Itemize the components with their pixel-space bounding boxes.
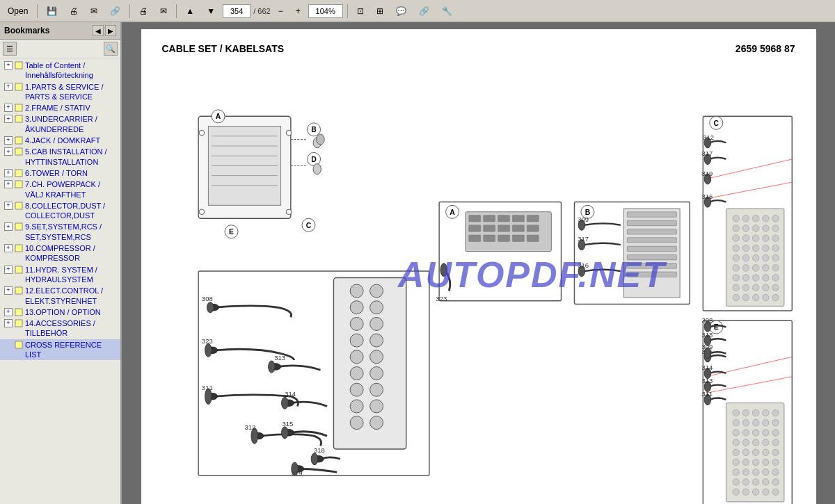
- svg-point-152: [762, 245, 768, 251]
- expand-icon-option[interactable]: +: [4, 308, 13, 316]
- svg-point-150: [742, 245, 749, 251]
- sidebar-item-compressor[interactable]: + 10.COMPRESSOR / KOMPRESSOR: [0, 243, 120, 264]
- sidebar-item-toc[interactable]: + Table of Content / Innehållsförtecknin…: [0, 60, 120, 81]
- tool-button[interactable]: 🔧: [437, 4, 457, 18]
- svg-point-50: [369, 317, 383, 330]
- expand-icon-accessories[interactable]: +: [4, 319, 13, 327]
- bookmark-icon-collector: [15, 202, 23, 210]
- expand-icon-undercarrier[interactable]: +: [4, 115, 13, 123]
- sidebar-item-option[interactable]: + 13.OPTION / OPTION: [0, 307, 120, 318]
- svg-point-198: [732, 419, 738, 425]
- svg-rect-104: [527, 225, 539, 231]
- page-number-input[interactable]: 354: [223, 4, 250, 18]
- save-button[interactable]: 💾: [42, 4, 62, 18]
- svg-text:D: D: [311, 156, 317, 163]
- sidebar-item-label-crossref: CROSS REFERENCE LIST: [25, 340, 118, 360]
- sidebar-item-undercarrier[interactable]: + 3.UNDERCARRIER / ÅKUNDERREDE: [0, 113, 120, 135]
- svg-point-47: [350, 301, 363, 314]
- page-part-number: 2659 5968 87: [735, 43, 795, 54]
- expand-icon-frame[interactable]: +: [4, 104, 13, 112]
- open-button[interactable]: Open: [3, 4, 33, 18]
- email2-button[interactable]: ✉: [155, 4, 172, 18]
- sidebar-item-tower[interactable]: + 6.TOWER / TORN: [0, 168, 120, 179]
- sidebar-item-cab[interactable]: + 5.CAB INSTALLATION / HYTTINSTALLATION: [0, 146, 120, 168]
- expand-icon-powerpack[interactable]: +: [4, 180, 13, 188]
- expand-icon-elect[interactable]: +: [4, 286, 13, 295]
- separator-3: [176, 4, 177, 18]
- svg-point-26: [286, 130, 292, 136]
- svg-point-164: [732, 275, 738, 281]
- svg-point-194: [742, 409, 749, 416]
- link-button[interactable]: 🔗: [414, 4, 434, 18]
- svg-rect-12: [15, 287, 22, 294]
- toolbar: Open 💾 🖨 ✉ 🔗 🖨 ✉ ▲ ▼ 354 / 662 − + 104% …: [0, 0, 835, 22]
- sidebar-item-parts[interactable]: + 1.PARTS & SERVICE / PARTS & SERVICE: [0, 81, 120, 103]
- print-button[interactable]: 🖨: [65, 4, 83, 18]
- svg-text:B: B: [584, 209, 590, 216]
- bookmark-icon-undercarrier: [15, 115, 23, 123]
- sidebar-expand-button[interactable]: ▶: [105, 25, 116, 36]
- separator-1: [37, 4, 38, 18]
- document-page: CABLE SET / KABELSATS 2659 5968 87 AUTOP…: [141, 29, 816, 504]
- email-button[interactable]: ✉: [86, 4, 102, 18]
- svg-text:311: 311: [701, 390, 713, 398]
- svg-point-135: [742, 216, 749, 222]
- svg-text:317: 317: [578, 235, 589, 243]
- expand-icon-collector[interactable]: +: [4, 202, 13, 210]
- sidebar-item-hydr[interactable]: + 11.HYDR. SYSTEM / HYDRAULSYSTEM: [0, 264, 120, 286]
- share-button[interactable]: 🔗: [105, 4, 125, 18]
- sidebar-item-crossref[interactable]: CROSS REFERENCE LIST: [0, 339, 120, 361]
- expand-icon-toc[interactable]: +: [4, 61, 13, 70]
- expand-icon-cab[interactable]: +: [4, 147, 13, 156]
- sidebar-search-button[interactable]: 🔍: [104, 42, 118, 56]
- svg-point-151: [752, 245, 758, 251]
- sidebar-item-collector[interactable]: + 8.COLLECTOR,DUST / COLLECTOR,DUST: [0, 200, 120, 222]
- svg-text:313: 313: [274, 354, 285, 361]
- expand-icon-set[interactable]: +: [4, 222, 13, 231]
- sidebar-item-accessories[interactable]: + 14.ACCESSORIES / TILLBEHÖR: [0, 318, 120, 339]
- fit-width-button[interactable]: ⊡: [352, 4, 369, 18]
- bookmark-icon-crossref: [15, 341, 23, 349]
- expand-icon-jack[interactable]: +: [4, 136, 13, 145]
- sidebar-collapse-button[interactable]: ◀: [93, 25, 104, 36]
- zoom-out-button[interactable]: −: [273, 4, 288, 18]
- svg-rect-98: [512, 216, 524, 222]
- svg-text:309: 309: [701, 343, 713, 350]
- print2-button[interactable]: 🖨: [134, 4, 152, 18]
- svg-text:319: 319: [701, 170, 713, 177]
- zoom-input[interactable]: 104%: [308, 4, 343, 18]
- svg-rect-109: [527, 235, 539, 241]
- svg-rect-9: [15, 223, 22, 230]
- sidebar-item-label-frame: 2.FRAME / STATIV: [25, 103, 118, 113]
- sidebar-toolbar: ☰ 🔍: [0, 40, 120, 58]
- svg-rect-8: [15, 202, 22, 209]
- sidebar-options-button[interactable]: ☰: [3, 42, 17, 56]
- comment-button[interactable]: 💬: [391, 4, 411, 18]
- svg-text:312: 312: [244, 423, 255, 431]
- svg-text:323: 323: [201, 337, 212, 345]
- sidebar-item-powerpack[interactable]: + 7.CH. POWERPACK / VÄLJ KRAFTHET: [0, 179, 120, 200]
- svg-rect-0: [15, 62, 22, 69]
- svg-text:311: 311: [201, 384, 212, 391]
- expand-icon-hydr[interactable]: +: [4, 266, 13, 274]
- svg-rect-6: [15, 170, 22, 177]
- next-page-button[interactable]: ▼: [202, 4, 220, 18]
- svg-rect-123: [627, 272, 676, 277]
- svg-point-48: [369, 301, 383, 314]
- svg-point-233: [732, 489, 738, 495]
- expand-icon-parts[interactable]: +: [4, 83, 13, 91]
- svg-text:316: 316: [578, 261, 589, 269]
- sidebar-item-elect[interactable]: + 12.ELECT.CONTROL / ELEKT.STYRENHET: [0, 285, 120, 307]
- prev-page-button[interactable]: ▲: [181, 4, 199, 18]
- expand-icon-compressor[interactable]: +: [4, 244, 13, 252]
- svg-point-222: [772, 459, 778, 465]
- zoom-in-button[interactable]: +: [291, 4, 305, 18]
- fit-page-button[interactable]: ⊞: [372, 4, 388, 18]
- sidebar-item-frame[interactable]: + 2.FRAME / STATIV: [0, 102, 120, 113]
- svg-point-203: [732, 430, 738, 436]
- sidebar-item-set[interactable]: + 9.SET,SYSTEM,RCS / SET,SYSTEM,RCS: [0, 221, 120, 243]
- sidebar-item-jack[interactable]: + 4.JACK / DOMKRAFT: [0, 135, 120, 146]
- expand-icon-tower[interactable]: +: [4, 169, 13, 177]
- svg-point-196: [762, 409, 768, 416]
- content-area: CABLE SET / KABELSATS 2659 5968 87 AUTOP…: [122, 22, 835, 504]
